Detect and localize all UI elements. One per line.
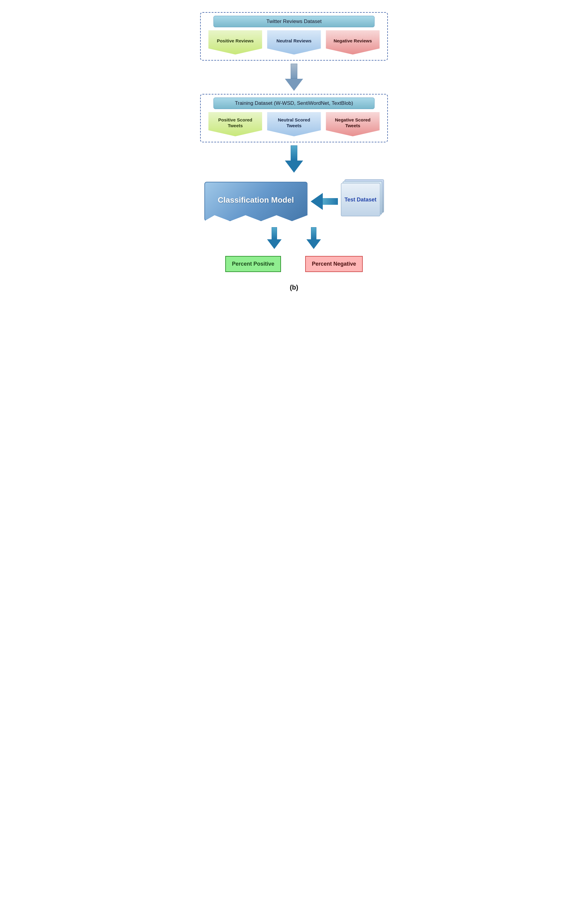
- positive-scored-tag: Positive Scored Tweets: [208, 112, 262, 136]
- percent-positive-label: Percent Positive: [232, 261, 274, 267]
- test-dataset-label: Test Dataset: [344, 197, 377, 203]
- training-dataset-box: Training Dataset (W-WSD, SentiWordNet, T…: [200, 94, 388, 142]
- test-dataset-box: Test Dataset: [341, 183, 380, 216]
- two-arrows-row: [267, 227, 321, 250]
- percent-negative-label: Percent Negative: [312, 261, 356, 267]
- twitter-dataset-header: Twitter Reviews Dataset: [214, 16, 375, 27]
- classification-model-box: Classification Model: [204, 182, 308, 221]
- arrow-stem-right: [311, 227, 316, 239]
- percent-positive-box: Percent Positive: [225, 256, 281, 272]
- arrow-h-stem: [323, 198, 338, 205]
- training-dataset-header: Training Dataset (W-WSD, SentiWordNet, T…: [214, 98, 375, 109]
- neutral-reviews-tag: Neutral Reviews: [267, 30, 321, 55]
- percent-negative-box: Percent Negative: [305, 256, 363, 272]
- arrow-head-right: [307, 239, 321, 249]
- arrow-head-left: [267, 239, 281, 249]
- twitter-tags-row: Positive Reviews Neutral Reviews Negativ…: [204, 30, 384, 55]
- arrow-head-1: [285, 79, 303, 91]
- neutral-scored-tag: Neutral Scored Tweets: [267, 112, 321, 136]
- arrow-down-left: [267, 227, 282, 250]
- negative-reviews-tag: Negative Reviews: [326, 30, 379, 55]
- positive-reviews-tag: Positive Reviews: [208, 30, 262, 55]
- twitter-dataset-box: Twitter Reviews Dataset Positive Reviews…: [200, 12, 388, 61]
- arrow-stem-left: [272, 227, 277, 239]
- classification-row: Classification Model Test Dataset: [200, 182, 388, 221]
- arrow-down-1: [285, 64, 303, 91]
- arrow-stem-2: [291, 145, 297, 160]
- arrow-down-2: [285, 145, 303, 173]
- diagram: Twitter Reviews Dataset Positive Reviews…: [200, 12, 388, 291]
- percent-row: Percent Positive Percent Negative: [225, 256, 363, 272]
- arrow-h-head: [311, 193, 323, 210]
- arrow-head-2: [285, 160, 303, 173]
- arrow-left: [311, 193, 338, 210]
- test-dataset-wrapper: Test Dataset: [341, 183, 384, 220]
- arrow-down-right: [306, 227, 321, 250]
- scored-tags-row: Positive Scored Tweets Neutral Scored Tw…: [204, 112, 384, 136]
- arrow-stem-1: [291, 64, 297, 79]
- diagram-label: (b): [290, 283, 298, 291]
- negative-scored-tag: Negative Scored Tweets: [326, 112, 379, 136]
- classification-model-label: Classification Model: [218, 195, 294, 205]
